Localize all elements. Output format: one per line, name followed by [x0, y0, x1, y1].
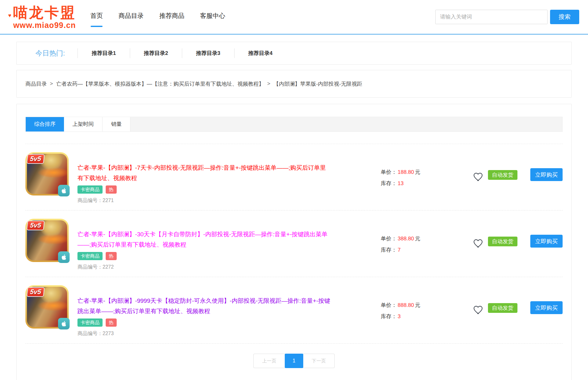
- product-info: 亡者-苹果-【内部澜】-7天卡-内部投视-无限视距—操作:音量+-按键跳出菜单—…: [77, 152, 331, 204]
- apple-icon: [58, 251, 70, 263]
- hot-link-2[interactable]: 推荐目录2: [130, 48, 182, 58]
- breadcrumb-separator: >: [267, 81, 270, 87]
- product-image[interactable]: 5v5: [25, 285, 69, 329]
- price-label: 单价：: [381, 302, 397, 308]
- sku-value: 2272: [103, 264, 114, 270]
- current-page[interactable]: 1: [285, 354, 303, 368]
- tab-sort-sales[interactable]: 销量: [103, 117, 130, 131]
- breadcrumb-category[interactable]: 亡者农药—【苹果版本、模拟器版本】—【注意：购买后订单里有下载地址、视频教程】: [56, 80, 264, 88]
- tab-sort-comprehensive[interactable]: 综合排序: [26, 117, 64, 131]
- hot-link-4[interactable]: 推荐目录4: [234, 48, 286, 58]
- auto-ship-button[interactable]: 自动发货: [488, 170, 517, 180]
- stock-value: 13: [398, 180, 404, 186]
- auto-ship-button[interactable]: 自动发货: [488, 237, 517, 246]
- logo-heart-icon: ♥: [8, 13, 11, 19]
- stock-line: 库存：7: [381, 246, 428, 254]
- pagination: 上一页 1 下一页: [25, 354, 563, 368]
- main-nav: 首页 商品目录 推荐商品 客服中心: [90, 8, 241, 26]
- breadcrumb-separator: >: [50, 81, 53, 87]
- price-line: 单价：188.80元: [381, 169, 428, 176]
- search-input[interactable]: [435, 10, 548, 24]
- price-label: 单价：: [381, 236, 397, 242]
- badge-5v5: 5v5: [26, 154, 45, 164]
- price-value: 388.80: [398, 236, 414, 242]
- tag-hot: 热: [106, 252, 117, 260]
- product-sku: 商品编号：2273: [77, 330, 331, 337]
- product-title[interactable]: 亡者-苹果-【内部澜】-7天卡-内部投视-无限视距—操作:音量+-按键跳出菜单—…: [77, 163, 331, 183]
- hot-link-1[interactable]: 推荐目录1: [77, 48, 130, 58]
- product-info: 亡者-苹果-【内部澜】-30天卡【月卡自带防封】-内部投视-无限视距—操作:音量…: [77, 219, 331, 270]
- favorite-heart-icon[interactable]: [472, 237, 484, 249]
- pager: 上一页 1 下一页: [253, 354, 335, 368]
- tag-hot: 热: [106, 185, 117, 194]
- stock-line: 库存：13: [381, 180, 428, 187]
- product-list-panel: 综合排序 上架时间 销量 5v5 亡者-苹果-【内部澜】-7天卡-内部投视-无限…: [16, 104, 572, 380]
- sku-value: 2271: [103, 198, 114, 203]
- buy-now-button[interactable]: 立即购买: [530, 301, 563, 314]
- favorite-heart-icon[interactable]: [472, 304, 484, 316]
- price-line: 单价：388.80元: [381, 235, 428, 242]
- product-title[interactable]: 亡者-苹果-【内部澜】-9999天卡【稳定防封-可永久使用】-内部投视-无限视距…: [77, 296, 331, 316]
- logo-title: 喵龙卡盟: [13, 4, 76, 21]
- page: ♥ 喵龙卡盟 www.miao99.cn 首页 商品目录 推荐商品 客服中心 搜…: [0, 0, 588, 380]
- sort-tabs: 综合排序 上架时间 销量: [25, 117, 563, 132]
- stock-label: 库存：: [381, 180, 397, 186]
- today-hot-bar: 今日热门: 推荐目录1 推荐目录2 推荐目录3 推荐目录4: [16, 42, 572, 65]
- nav-item-home[interactable]: 首页: [90, 8, 103, 26]
- product-tags: 卡密商品 热: [77, 252, 331, 260]
- nav-item-recommended[interactable]: 推荐商品: [159, 8, 184, 26]
- nav-item-catalog[interactable]: 商品目录: [119, 8, 144, 26]
- stock-label: 库存：: [381, 313, 397, 319]
- price-unit: 元: [415, 302, 420, 308]
- buy-now-button[interactable]: 立即购买: [530, 168, 563, 181]
- product-info: 亡者-苹果-【内部澜】-9999天卡【稳定防封-可永久使用】-内部投视-无限视距…: [77, 285, 331, 337]
- next-page-button[interactable]: 下一页: [303, 354, 335, 368]
- stock-label: 库存：: [381, 247, 397, 253]
- nav-item-support[interactable]: 客服中心: [200, 8, 225, 26]
- price-line: 单价：888.80元: [381, 302, 428, 309]
- product-tags: 卡密商品 热: [77, 318, 331, 327]
- sku-label: 商品编号：: [77, 331, 103, 336]
- search-button[interactable]: 搜索: [550, 10, 579, 24]
- tag-card-product: 卡密商品: [77, 252, 103, 260]
- tab-bar-filler: [130, 117, 562, 131]
- product-title[interactable]: 亡者-苹果-【内部澜】-30天卡【月卡自带防封】-内部投视-无限视距—操作:音量…: [77, 229, 331, 250]
- breadcrumb: 商品目录 > 亡者农药—【苹果版本、模拟器版本】—【注意：购买后订单里有下载地址…: [16, 70, 572, 98]
- tab-sort-listing-time[interactable]: 上架时间: [64, 117, 103, 131]
- product-sku: 商品编号：2272: [77, 264, 331, 270]
- price-unit: 元: [415, 236, 420, 242]
- product-sku: 商品编号：2271: [77, 197, 331, 204]
- tag-card-product: 卡密商品: [77, 318, 103, 327]
- price-value: 888.80: [398, 302, 414, 308]
- price-stock-block: 单价：888.80元 库存：3: [381, 285, 428, 337]
- product-image[interactable]: 5v5: [25, 152, 69, 195]
- price-stock-block: 单价：188.80元 库存：13: [381, 152, 428, 204]
- price-unit: 元: [415, 169, 420, 175]
- price-stock-block: 单价：388.80元 库存：7: [381, 219, 428, 270]
- hot-link-3[interactable]: 推荐目录3: [182, 48, 234, 58]
- breadcrumb-current: 【内部澜】苹果版-内部投视-无限视距: [273, 80, 362, 88]
- tag-card-product: 卡密商品: [77, 185, 103, 194]
- price-label: 单价：: [381, 169, 397, 175]
- product-tags: 卡密商品 热: [77, 185, 331, 194]
- stock-line: 库存：3: [381, 313, 428, 320]
- breadcrumb-catalog[interactable]: 商品目录: [25, 80, 47, 88]
- apple-icon: [58, 185, 70, 196]
- favorite-heart-icon[interactable]: [472, 171, 484, 183]
- tag-hot: 热: [106, 318, 117, 327]
- apple-icon: [58, 318, 70, 329]
- site-logo[interactable]: ♥ 喵龙卡盟 www.miao99.cn: [13, 4, 76, 29]
- buy-now-button[interactable]: 立即购买: [530, 235, 563, 248]
- product-image[interactable]: 5v5: [25, 219, 69, 262]
- stock-value: 7: [398, 247, 400, 253]
- sku-value: 2273: [103, 331, 114, 336]
- logo-subtitle: www.miao99.cn: [13, 21, 76, 29]
- site-header: ♥ 喵龙卡盟 www.miao99.cn 首页 商品目录 推荐商品 客服中心 搜…: [0, 0, 588, 35]
- stock-value: 3: [398, 313, 400, 319]
- sku-label: 商品编号：: [77, 264, 103, 270]
- sku-label: 商品编号：: [77, 198, 103, 203]
- prev-page-button[interactable]: 上一页: [253, 354, 285, 368]
- auto-ship-button[interactable]: 自动发货: [488, 303, 517, 313]
- search-area: 搜索: [435, 10, 579, 24]
- price-value: 188.80: [398, 169, 414, 175]
